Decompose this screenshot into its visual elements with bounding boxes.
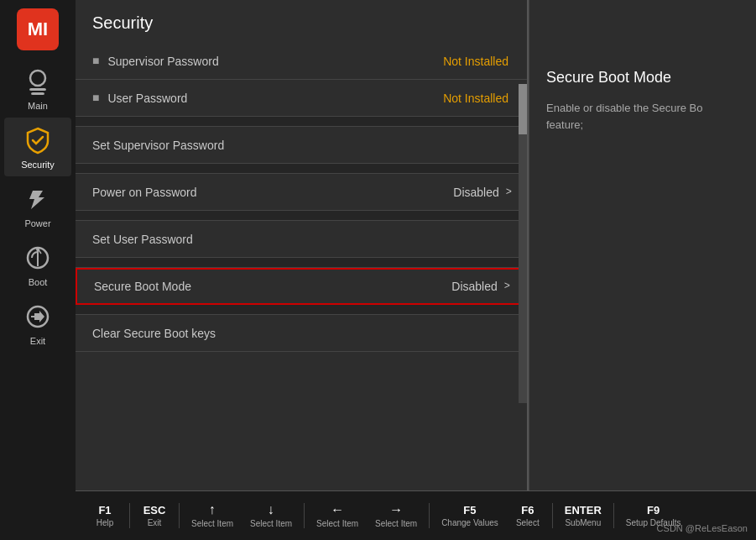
secure-boot-mode-value: Disabled xyxy=(451,280,497,293)
divider-2 xyxy=(76,164,529,174)
key-esc[interactable]: ESC Exit xyxy=(133,504,175,527)
bottom-bar: F1 Help ESC Exit ↑ Select Item ↓ Select … xyxy=(76,491,756,540)
divider-5 xyxy=(76,305,529,315)
key-f1[interactable]: F1 Help xyxy=(84,504,126,527)
key-esc-label: ESC xyxy=(143,504,166,516)
secure-boot-mode-label: Secure Boot Mode xyxy=(94,280,451,293)
security-icon xyxy=(22,124,54,156)
clear-secure-boot-keys-label: Clear Secure Boot keys xyxy=(92,327,512,340)
user-password-value: Not Installed xyxy=(443,92,508,105)
key-f6[interactable]: F6 Select xyxy=(507,504,549,527)
sep-5 xyxy=(552,503,553,528)
key-right[interactable]: → Select Item xyxy=(367,504,425,528)
power-icon xyxy=(22,183,54,215)
key-f6-label: F6 xyxy=(521,504,534,516)
key-left[interactable]: ← Select Item xyxy=(308,504,367,528)
watermark: CSDN @ReLesEason xyxy=(657,523,748,533)
sidebar: MI Main Security Power xyxy=(0,0,76,540)
key-enter-label: ENTER xyxy=(565,504,602,516)
sidebar-item-security-label: Security xyxy=(21,160,55,170)
sep-6 xyxy=(613,503,614,528)
menu-item-secure-boot-mode[interactable]: Secure Boot Mode Disabled > xyxy=(76,268,529,305)
svg-rect-2 xyxy=(31,92,44,95)
key-f9-label: F9 xyxy=(647,504,660,516)
menu-item-power-on-password[interactable]: Power on Password Disabled > xyxy=(76,174,529,211)
svg-rect-1 xyxy=(29,88,46,91)
key-right-icon: → xyxy=(392,504,400,517)
key-right-desc: Select Item xyxy=(375,519,417,528)
key-f5-desc: Change Values xyxy=(441,518,498,527)
sep-4 xyxy=(429,503,430,528)
key-f5-label: F5 xyxy=(463,504,476,516)
key-left-icon: ← xyxy=(333,504,342,517)
sidebar-item-boot-label: Boot xyxy=(29,277,48,287)
user-password-label: User Password xyxy=(107,92,443,105)
set-supervisor-password-label: Set Supervisor Password xyxy=(92,139,512,152)
mi-logo-text: MI xyxy=(28,18,48,40)
power-on-password-arrow: > xyxy=(506,186,512,198)
key-enter[interactable]: ENTER SubMenu xyxy=(556,504,610,527)
sidebar-item-exit[interactable]: Exit xyxy=(4,294,71,353)
sidebar-item-security[interactable]: Security xyxy=(4,118,71,176)
divider-1 xyxy=(76,117,529,127)
key-down-icon: ↓ xyxy=(267,504,275,517)
bullet-supervisor: ■ xyxy=(92,55,99,68)
key-up-icon: ↑ xyxy=(208,504,216,517)
boot-icon xyxy=(22,242,54,274)
mi-logo: MI xyxy=(17,8,59,50)
sidebar-item-power-label: Power xyxy=(24,218,50,228)
main-icon xyxy=(22,66,54,97)
sidebar-item-boot[interactable]: Boot xyxy=(4,235,71,294)
key-up-desc: Select Item xyxy=(191,519,233,528)
key-up[interactable]: ↑ Select Item xyxy=(183,504,242,528)
sidebar-item-main[interactable]: Main xyxy=(4,59,71,118)
menu-item-user-password[interactable]: ■ User Password Not Installed xyxy=(76,80,529,117)
key-f6-desc: Select xyxy=(516,518,540,527)
key-left-desc: Select Item xyxy=(316,519,358,528)
power-on-password-label: Power on Password xyxy=(92,186,453,199)
menu-item-supervisor-password[interactable]: ■ Supervisor Password Not Installed xyxy=(76,43,529,80)
key-f5[interactable]: F5 Change Values xyxy=(433,504,507,527)
sidebar-item-power[interactable]: Power xyxy=(4,176,71,235)
info-title: Secure Boot Mode xyxy=(546,67,739,88)
info-text: Enable or disable the Secure Bo feature; xyxy=(546,100,739,133)
supervisor-password-label: Supervisor Password xyxy=(107,55,443,68)
menu-item-set-supervisor-password[interactable]: Set Supervisor Password xyxy=(76,127,529,164)
divider-3 xyxy=(76,211,529,221)
section-title: Security xyxy=(76,13,529,43)
menu-item-set-user-password[interactable]: Set User Password xyxy=(76,221,529,258)
key-esc-desc: Exit xyxy=(148,518,162,527)
secure-boot-mode-arrow: > xyxy=(504,280,510,292)
key-f1-label: F1 xyxy=(98,504,111,516)
svg-rect-7 xyxy=(31,316,39,317)
divider-4 xyxy=(76,258,529,268)
set-user-password-label: Set User Password xyxy=(92,233,512,246)
key-down[interactable]: ↓ Select Item xyxy=(242,504,300,528)
sep-1 xyxy=(129,503,130,528)
sep-3 xyxy=(304,503,305,528)
svg-point-0 xyxy=(30,71,45,86)
key-f1-desc: Help xyxy=(96,518,114,527)
content-panel: Security ■ Supervisor Password Not Insta… xyxy=(76,0,529,495)
sep-2 xyxy=(179,503,180,528)
power-on-password-value: Disabled xyxy=(453,186,498,199)
supervisor-password-value: Not Installed xyxy=(443,55,508,68)
key-down-desc: Select Item xyxy=(250,519,292,528)
bullet-user: ■ xyxy=(92,92,99,105)
menu-item-clear-secure-boot-keys[interactable]: Clear Secure Boot keys xyxy=(76,315,529,352)
key-enter-desc: SubMenu xyxy=(565,518,601,527)
sidebar-item-exit-label: Exit xyxy=(30,336,45,346)
sidebar-item-main-label: Main xyxy=(28,101,48,111)
exit-icon xyxy=(22,301,54,333)
info-panel: Secure Boot Mode Enable or disable the S… xyxy=(529,0,756,495)
